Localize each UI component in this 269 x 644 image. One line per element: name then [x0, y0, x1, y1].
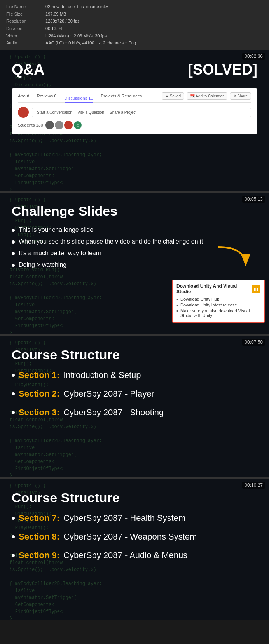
tab-about[interactable]: About — [18, 94, 29, 100]
popup-title-row: Download Unity And Visual Studio ▮▮ — [176, 284, 260, 294]
section-item-9: Section 9: CyberSpy 2087 - Audio & Menus — [12, 550, 257, 560]
bullet-text-2: When you see this slide pause the video … — [19, 238, 203, 245]
video-sep: : — [40, 32, 44, 40]
popup-bullet-2: Download Unity latest release — [176, 303, 260, 307]
section-dot-1 — [12, 374, 15, 377]
audio-value: AAC (LC) :: 0 kb/s, 44100 Hz, 2 channels… — [44, 39, 138, 47]
popup-bullet-1: Download Unity Hub — [176, 297, 260, 301]
user-avatar — [18, 107, 29, 118]
qa-title: Q&A — [12, 61, 44, 78]
course-structure-title-2: Course Structure — [12, 490, 257, 505]
bullet-dot-3 — [12, 252, 15, 255]
section-label-2: Section 2: — [19, 389, 59, 399]
section-label-1: Section 1: — [19, 370, 59, 380]
duration-value: 00:13:04 — [44, 25, 138, 32]
bullet-text-4: Doing > watching — [19, 261, 66, 268]
tab-reviews[interactable]: Reviews 6 — [37, 94, 57, 100]
panel-structure-2-content: Course Structure Section 7: CyberSpy 208… — [0, 479, 269, 620]
section-text-2: CyberSpy 2087 - Player — [63, 389, 154, 399]
duration-label: Duration — [5, 25, 40, 32]
course-structure-title-1: Course Structure — [12, 347, 257, 362]
file-info-panel: File Name : 02-how_to_use_this_course.mk… — [0, 0, 269, 50]
disc-input-area[interactable]: Start a Conversation Ask a Question Shar… — [32, 108, 251, 117]
section-item-2: Section 2: CyberSpy 2087 - Player — [12, 389, 257, 399]
section-item-8: Section 8: CyberSpy 2087 - Weapons Syste… — [12, 532, 257, 542]
section-dot-9 — [12, 554, 15, 557]
section-label-3: Section 3: — [19, 407, 59, 418]
section-dot-7 — [12, 517, 15, 520]
student-avatars: ☺ — [45, 121, 82, 129]
add-to-calendar-button[interactable]: 📅 Add to Calendar — [187, 92, 227, 100]
filesize-sep: : — [40, 10, 44, 18]
popup-bullet-3: Make sure you also download Visual Studi… — [176, 308, 260, 318]
tab-discussions[interactable]: Discussions 11 — [65, 96, 93, 103]
filesize-label: File Size — [5, 10, 40, 18]
section-label-9: Section 9: — [19, 550, 59, 560]
section-item-7: Section 7: CyberSpy 2087 - Health System — [12, 513, 257, 523]
discussion-card: About Reviews 6 Discussions 11 Projects … — [12, 88, 257, 134]
resolution-sep: : — [40, 17, 44, 25]
section-label-8: Section 8: — [19, 532, 59, 542]
bullet-1: This is your challenge slide — [12, 226, 257, 233]
student-avatar-1 — [45, 121, 54, 129]
panel-qa: { Update () { (isAlive) Run(); Discussio… — [0, 50, 269, 191]
popup-bullet-list: Download Unity Hub Download Unity latest… — [176, 297, 260, 318]
bullet-dot-4 — [12, 264, 15, 267]
filename-sep: : — [40, 3, 44, 10]
disc-input-row: Start a Conversation Ask a Question Shar… — [18, 107, 251, 118]
section-text-3: CyberSpy 2087 - Shooting — [63, 407, 164, 418]
disc-tabs-row: About Reviews 6 Discussions 11 Projects … — [18, 92, 251, 103]
audio-sep: : — [40, 39, 44, 47]
section-text-8: CyberSpy 2087 - Weapons System — [63, 532, 197, 542]
video-value: H264 (Main) :: 2.06 Mb/s, 30 fps — [44, 32, 138, 40]
challenge-title: Challenge Slides — [12, 204, 257, 219]
section-list-2: Section 7: CyberSpy 2087 - Health System… — [12, 513, 257, 560]
arrow-annotation — [215, 239, 261, 272]
video-label: Video — [5, 32, 40, 40]
audio-label: Audio — [5, 39, 40, 47]
section-label-7: Section 7: — [19, 513, 59, 523]
panel-structure-2: { Update () { (isAlive) Run(); Discussio… — [0, 479, 269, 620]
qa-header: Q&A [SOLVED] — [12, 61, 257, 78]
qa-solved-badge: [SOLVED] — [188, 61, 257, 78]
panel-challenge: { Update () { (isAlive) Run(); Discussio… — [0, 193, 269, 334]
tab-projects[interactable]: Projects & Resources — [101, 94, 142, 100]
panel-structure-1-content: Course Structure Section 1: Introduction… — [0, 336, 269, 477]
popup-card: Download Unity And Visual Studio ▮▮ Down… — [172, 280, 265, 323]
filename-value: 02-how_to_use_this_course.mkv — [44, 3, 138, 10]
section-text-7: CyberSpy 2087 - Health System — [63, 513, 185, 523]
filename-label: File Name — [5, 3, 40, 10]
section-list-1: Section 1: Introduction & Setup Section … — [12, 370, 257, 418]
share-project-btn[interactable]: Share a Project — [108, 110, 138, 115]
popup-title: Download Unity And Visual Studio — [176, 284, 252, 294]
panel-challenge-content: Challenge Slides This is your challenge … — [0, 193, 269, 334]
bullet-text-3: It's a much better way to learn — [19, 250, 101, 257]
section-dot-2 — [12, 392, 15, 395]
share-button[interactable]: ⇧ Share — [230, 92, 251, 100]
bullet-dot-2 — [12, 240, 15, 244]
student-avatar-2 — [55, 121, 63, 129]
filesize-value: 197.69 MB — [44, 10, 138, 18]
student-avatar-4: ☺ — [73, 121, 82, 129]
section-item-1: Section 1: Introduction & Setup — [12, 370, 257, 380]
section-item-3: Section 3: CyberSpy 2087 - Shooting — [12, 407, 257, 418]
students-label: Students 130 — [18, 123, 43, 127]
section-text-9: CyberSpy 2087 - Audio & Menus — [63, 550, 187, 560]
panel-structure-1: { Update () { (isAlive) Run(); Discussio… — [0, 336, 269, 477]
resolution-label: Resolution — [5, 17, 40, 25]
student-avatar-3 — [64, 121, 73, 129]
section-text-1: Introduction & Setup — [63, 370, 141, 380]
pause-button[interactable]: ▮▮ — [252, 285, 260, 293]
section-dot-3 — [12, 411, 15, 414]
duration-sep: : — [40, 25, 44, 32]
panel-qa-content: Q&A [SOLVED] About Reviews 6 Discussions… — [0, 50, 269, 191]
students-info: Students 130 ☺ — [18, 121, 251, 129]
start-conversation-btn[interactable]: Start a Conversation — [35, 110, 74, 115]
bullet-dot-1 — [12, 229, 15, 232]
section-dot-8 — [12, 535, 15, 538]
saved-button[interactable]: ★ Saved — [162, 92, 184, 100]
resolution-value: 1280x720 / 30 fps — [44, 17, 138, 25]
bullet-text-1: This is your challenge slide — [19, 226, 93, 233]
disc-action-buttons: ★ Saved 📅 Add to Calendar ⇧ Share — [162, 92, 251, 100]
ask-question-btn[interactable]: Ask a Question — [76, 110, 106, 115]
